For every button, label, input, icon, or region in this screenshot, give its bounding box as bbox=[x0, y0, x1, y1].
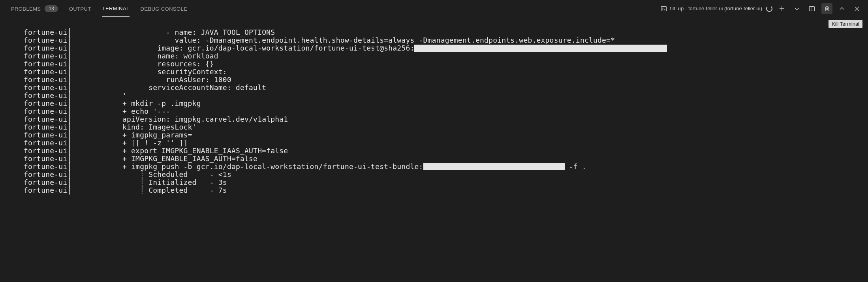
terminal-output[interactable]: fortune-ui│ - name: JAVA_TOOL_OPTIONSfor… bbox=[0, 17, 868, 194]
terminal-line: fortune-ui│+ imgpkg push -b gcr.io/dap-l… bbox=[24, 163, 868, 171]
terminal-line: fortune-ui│ value: -Dmanagement.endpoint… bbox=[24, 36, 868, 44]
kill-terminal-button[interactable] bbox=[821, 3, 832, 14]
terminal-line-prefix: fortune-ui│ bbox=[24, 186, 122, 194]
terminal-line-content: ┊ Initialized - 3s bbox=[122, 179, 227, 186]
terminal-line-prefix: fortune-ui│ bbox=[24, 92, 122, 100]
tab-output[interactable]: OUTPUT bbox=[69, 1, 91, 17]
terminal-line-content: apiVersion: imgpkg.carvel.dev/v1alpha1 bbox=[122, 115, 288, 123]
tab-debug-console[interactable]: DEBUG CONSOLE bbox=[141, 1, 188, 17]
terminal-line-content: securityContext: bbox=[122, 68, 227, 76]
terminal-line: fortune-ui│ ┊ Scheduled - <1s bbox=[24, 171, 868, 179]
terminal-line: fortune-ui│+ IMGPKG_ENABLE_IAAS_AUTH=fal… bbox=[24, 155, 868, 163]
svg-rect-0 bbox=[661, 6, 666, 11]
terminal-icon bbox=[661, 6, 667, 12]
terminal-line-prefix: fortune-ui│ bbox=[24, 100, 122, 107]
spinner-icon bbox=[766, 6, 772, 12]
terminal-line-prefix: fortune-ui│ bbox=[24, 147, 122, 155]
tab-terminal[interactable]: TERMINAL bbox=[102, 0, 130, 17]
terminal-line: fortune-ui│ resources: {} bbox=[24, 60, 868, 68]
tabbar-right: tilt: up - fortune-teller-ui (fortune-te… bbox=[661, 3, 863, 14]
terminal-line-content: image: gcr.io/dap-local-workstation/fort… bbox=[122, 44, 667, 52]
terminal-line-content: ' bbox=[122, 92, 127, 100]
terminal-line: fortune-ui│apiVersion: imgpkg.carvel.dev… bbox=[24, 115, 868, 123]
terminal-session-label: tilt: up - fortune-teller-ui (fortune-te… bbox=[670, 6, 762, 11]
terminal-line-prefix: fortune-ui│ bbox=[24, 68, 122, 76]
terminal-line-content: + imgpkg_params= bbox=[122, 131, 192, 139]
terminal-line-content: + echo '--- bbox=[122, 107, 170, 115]
terminal-line: fortune-ui│ ┊ Completed - 7s bbox=[24, 186, 868, 194]
terminal-line: fortune-ui│+ [[ ! -z '' ]] bbox=[24, 139, 868, 147]
terminal-line-prefix: fortune-ui│ bbox=[24, 107, 122, 115]
terminal-line-content: serviceAccountName: default bbox=[122, 84, 266, 92]
terminal-line-content: runAsUser: 1000 bbox=[122, 76, 231, 84]
terminal-line-prefix: fortune-ui│ bbox=[24, 115, 122, 123]
terminal-line-prefix: fortune-ui│ bbox=[24, 52, 122, 60]
terminal-line-content: ┊ Completed - 7s bbox=[122, 186, 227, 194]
terminal-line-content: + imgpkg push -b gcr.io/dap-local-workst… bbox=[122, 163, 586, 171]
terminal-line-prefix: fortune-ui│ bbox=[24, 139, 122, 147]
terminal-line-prefix: fortune-ui│ bbox=[24, 171, 122, 179]
terminal-line-content: value: -Dmanagement.endpoint.health.show… bbox=[122, 36, 615, 44]
terminal-line-content: resources: {} bbox=[122, 60, 214, 68]
terminal-line-content: + export IMGPKG_ENABLE_IAAS_AUTH=false bbox=[122, 147, 288, 155]
terminal-line: fortune-ui│+ mkdir -p .imgpkg bbox=[24, 100, 868, 107]
terminal-line-content: kind: ImagesLock' bbox=[122, 123, 197, 131]
terminal-line: fortune-ui│ runAsUser: 1000 bbox=[24, 76, 868, 84]
terminal-line-prefix: fortune-ui│ bbox=[24, 60, 122, 68]
redacted-hash bbox=[414, 45, 667, 52]
terminal-line: fortune-ui│ image: gcr.io/dap-local-work… bbox=[24, 44, 868, 52]
terminal-line: fortune-ui│ securityContext: bbox=[24, 68, 868, 76]
terminal-line-content: + mkdir -p .imgpkg bbox=[122, 100, 201, 107]
terminal-line-prefix: fortune-ui│ bbox=[24, 163, 122, 171]
terminal-dropdown-button[interactable] bbox=[791, 3, 802, 14]
tab-problems[interactable]: PROBLEMS 13 bbox=[11, 0, 58, 17]
terminal-line-prefix: fortune-ui│ bbox=[24, 28, 122, 36]
split-terminal-button[interactable] bbox=[806, 3, 817, 14]
tab-debug-console-label: DEBUG CONSOLE bbox=[141, 6, 188, 12]
terminal-line-content: + IMGPKG_ENABLE_IAAS_AUTH=false bbox=[122, 155, 257, 163]
terminal-line: fortune-ui│kind: ImagesLock' bbox=[24, 123, 868, 131]
terminal-line: fortune-ui│' bbox=[24, 92, 868, 100]
terminal-line-content: - name: JAVA_TOOL_OPTIONS bbox=[122, 28, 275, 36]
tab-output-label: OUTPUT bbox=[69, 6, 91, 12]
panel-tabbar: PROBLEMS 13 OUTPUT TERMINAL DEBUG CONSOL… bbox=[0, 0, 868, 17]
terminal-line: fortune-ui│ name: workload bbox=[24, 52, 868, 60]
terminal-line-prefix: fortune-ui│ bbox=[24, 131, 122, 139]
terminal-line: fortune-ui│+ export IMGPKG_ENABLE_IAAS_A… bbox=[24, 147, 868, 155]
kill-terminal-tooltip: Kill Terminal bbox=[829, 20, 862, 28]
terminal-line: fortune-ui│ serviceAccountName: default bbox=[24, 84, 868, 92]
terminal-line: fortune-ui│ ┊ Initialized - 3s bbox=[24, 179, 868, 186]
tabbar-left: PROBLEMS 13 OUTPUT TERMINAL DEBUG CONSOL… bbox=[11, 0, 187, 17]
terminal-session-selector[interactable]: tilt: up - fortune-teller-ui (fortune-te… bbox=[661, 6, 762, 12]
problems-badge: 13 bbox=[45, 5, 58, 12]
terminal-line-content: + [[ ! -z '' ]] bbox=[122, 139, 188, 147]
tab-problems-label: PROBLEMS bbox=[11, 6, 41, 12]
redacted-hash bbox=[423, 163, 565, 170]
terminal-line-content: ┊ Scheduled - <1s bbox=[122, 171, 231, 179]
terminal-line-prefix: fortune-ui│ bbox=[24, 179, 122, 186]
tab-terminal-label: TERMINAL bbox=[102, 6, 130, 11]
terminal-line-prefix: fortune-ui│ bbox=[24, 36, 122, 44]
terminal-line: fortune-ui│ - name: JAVA_TOOL_OPTIONS bbox=[24, 28, 868, 36]
terminal-line-prefix: fortune-ui│ bbox=[24, 44, 122, 52]
terminal-line-prefix: fortune-ui│ bbox=[24, 76, 122, 84]
terminal-line-prefix: fortune-ui│ bbox=[24, 155, 122, 163]
terminal-line-content: name: workload bbox=[122, 52, 218, 60]
terminal-line: fortune-ui│+ echo '--- bbox=[24, 107, 868, 115]
new-terminal-button[interactable] bbox=[776, 3, 787, 14]
maximize-panel-button[interactable] bbox=[836, 3, 847, 14]
terminal-line-prefix: fortune-ui│ bbox=[24, 123, 122, 131]
terminal-line: fortune-ui│+ imgpkg_params= bbox=[24, 131, 868, 139]
terminal-line-prefix: fortune-ui│ bbox=[24, 84, 122, 92]
close-panel-button[interactable] bbox=[851, 3, 862, 14]
